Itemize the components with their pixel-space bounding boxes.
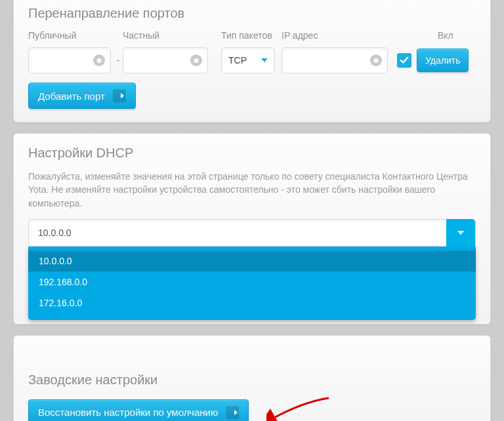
header-enable: Вкл xyxy=(438,30,476,41)
dhcp-select-display[interactable]: 10.0.0.0 xyxy=(28,219,476,247)
restore-defaults-button[interactable]: Восстановить настройки по умолчанию xyxy=(28,399,249,421)
dhcp-option[interactable]: 192.168.0.0 xyxy=(28,271,476,292)
check-icon xyxy=(400,56,409,65)
dhcp-select-toggle[interactable] xyxy=(446,219,475,247)
header-packet-type: Тип пакетов xyxy=(221,30,282,41)
port-forwarding-headers: Публичный Частный Тип пакетов IP адрес В… xyxy=(28,30,476,41)
dhcp-panel: Настройки DHCP Пожалуйста, изменяйте зна… xyxy=(13,133,491,325)
dhcp-title: Настройки DHCP xyxy=(28,146,476,161)
factory-title: Заводские настройки xyxy=(28,372,476,388)
port-forwarding-row: ☻ - ☻ TCP ☻ xyxy=(28,47,476,73)
add-port-button[interactable]: Добавить порт xyxy=(28,83,136,109)
public-port-input[interactable] xyxy=(35,55,75,66)
clear-icon[interactable]: ☻ xyxy=(93,54,105,66)
annotation-arrow-icon xyxy=(266,397,332,421)
header-private: Частный xyxy=(123,30,213,41)
ip-address-input-box[interactable]: ☻ xyxy=(282,47,388,73)
restore-defaults-label: Восстановить настройки по умолчанию xyxy=(38,407,218,418)
port-forwarding-panel: Перенаправление портов Публичный Частный… xyxy=(13,0,491,123)
header-public: Публичный xyxy=(28,30,114,41)
dhcp-option[interactable]: 172.16.0.0 xyxy=(28,292,476,313)
header-ip: IP адрес xyxy=(282,30,392,41)
chevron-right-icon xyxy=(226,406,239,419)
packet-type-value: TCP xyxy=(228,55,247,66)
chevron-down-icon xyxy=(261,58,268,62)
port-forwarding-title: Перенаправление портов xyxy=(28,6,476,21)
chevron-down-icon xyxy=(457,231,464,235)
private-port-input[interactable] xyxy=(130,55,169,66)
factory-settings-panel: Заводские настройки Восстановить настрой… xyxy=(13,335,491,421)
ip-address-input[interactable] xyxy=(289,55,368,66)
clear-icon[interactable]: ☻ xyxy=(370,54,382,66)
delete-button[interactable]: Удалить xyxy=(417,49,469,72)
private-port-input-box[interactable]: ☻ xyxy=(123,47,208,73)
dhcp-options-list: 10.0.0.0192.168.0.0172.16.0.0 xyxy=(28,247,476,320)
chevron-right-icon xyxy=(113,89,126,102)
dhcp-selected-value: 10.0.0.0 xyxy=(38,228,72,238)
dhcp-description: Пожалуйста, изменяйте значения на этой с… xyxy=(28,170,476,210)
clear-icon[interactable]: ☻ xyxy=(190,54,202,66)
add-port-label: Добавить порт xyxy=(38,90,105,102)
dhcp-select[interactable]: 10.0.0.0 10.0.0.0192.168.0.0172.16.0.0 xyxy=(28,219,476,320)
public-port-input-box[interactable]: ☻ xyxy=(28,47,111,73)
port-range-separator: - xyxy=(114,55,123,66)
packet-type-select[interactable]: TCP xyxy=(221,47,275,73)
enable-checkbox[interactable] xyxy=(397,53,411,68)
delete-button-label: Удалить xyxy=(425,55,460,66)
dhcp-option[interactable]: 10.0.0.0 xyxy=(28,251,476,271)
